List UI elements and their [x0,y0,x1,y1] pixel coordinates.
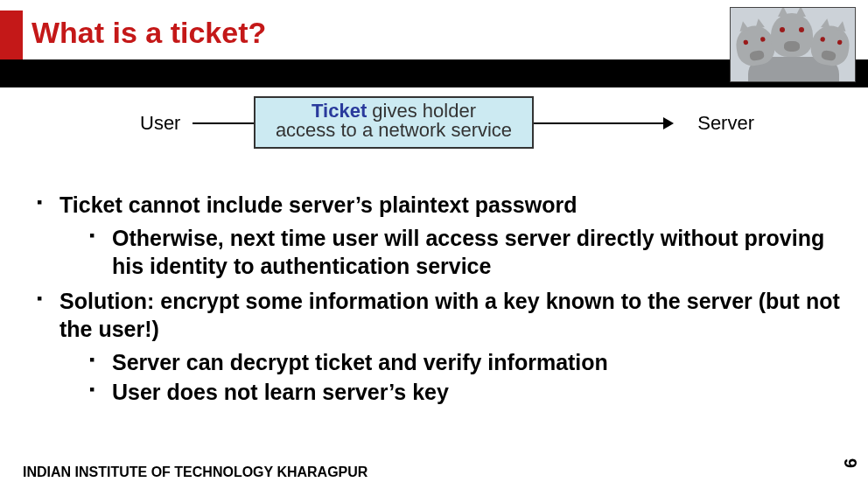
page-number: 6 [841,458,861,468]
bullet-content: Ticket cannot include server’s plaintext… [35,191,840,413]
accent-block [0,10,23,59]
diagram-user-label: User [140,112,180,135]
footer-institution: INDIAN INSTITUTE OF TECHNOLOGY KHARAGPUR [23,465,368,480]
arrow-user-to-ticket-icon [192,122,254,124]
bullet-2b-text: User does not learn server’s key [112,380,449,404]
slide-title: What is a ticket? [32,16,266,50]
arrow-ticket-to-server-icon [534,122,665,124]
bullet-2: Solution: encrypt some information with … [56,287,840,406]
bullet-2a: Server can decrypt ticket and verify inf… [108,348,840,376]
bullet-2b: User does not learn server’s key [108,378,840,406]
ticket-line2: access to a network service [256,119,532,142]
bullet-1: Ticket cannot include server’s plaintext… [56,191,840,280]
cerberus-image [730,7,856,82]
diagram-server-label: Server [697,112,754,135]
ticket-description-box: Ticket gives holder access to a network … [254,96,534,149]
bullet-1a: Otherwise, next time user will access se… [108,224,840,280]
bullet-2-text: Solution: encrypt some information with … [60,289,840,341]
bullet-2a-text: Server can decrypt ticket and verify inf… [112,350,608,374]
bullet-1a-text: Otherwise, next time user will access se… [112,226,824,278]
ticket-flow-diagram: User Ticket gives holder access to a net… [105,96,763,157]
bullet-1-text: Ticket cannot include server’s plaintext… [60,192,577,217]
